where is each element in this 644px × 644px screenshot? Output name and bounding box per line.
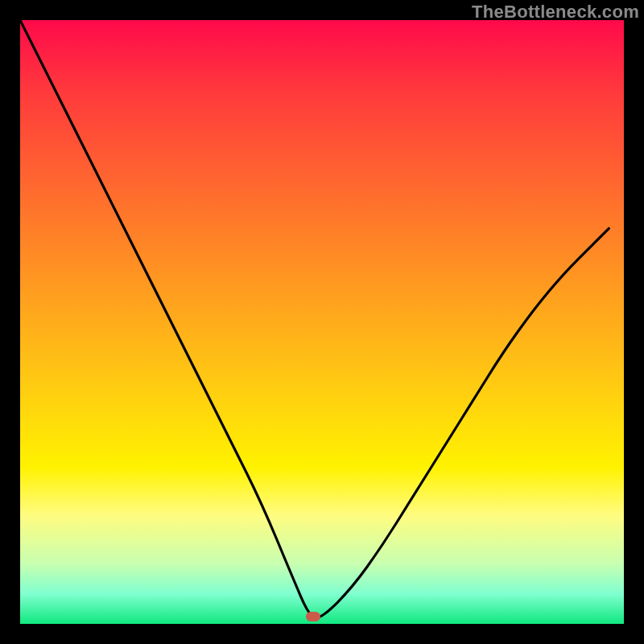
bottleneck-curve (20, 20, 624, 624)
optimal-marker (306, 612, 320, 621)
plot-area (20, 20, 624, 624)
chart-frame: TheBottleneck.com (0, 0, 644, 644)
